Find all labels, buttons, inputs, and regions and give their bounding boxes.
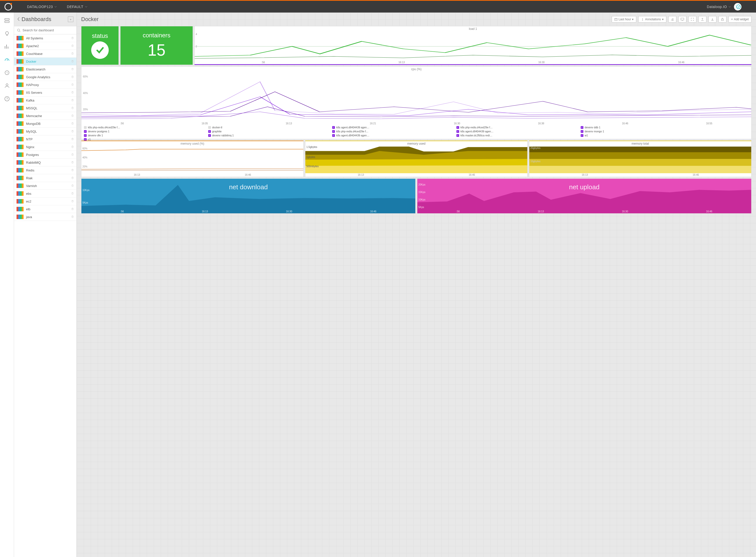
legend-item[interactable]: ✓k8s php-redis.d4ced29e f…	[332, 130, 452, 133]
nav-users-icon[interactable]	[4, 83, 10, 89]
legend-item[interactable]: ✓devenv rabbitmq 1	[208, 134, 328, 137]
trash-icon[interactable]	[71, 161, 74, 165]
sidebar-item[interactable]: Couchbase	[14, 50, 76, 58]
sidebar-item[interactable]: Nginx	[14, 143, 76, 151]
trash-icon[interactable]	[71, 215, 74, 219]
project-dropdown[interactable]: DEFAULT	[67, 5, 87, 9]
sidebar-item[interactable]: Riak	[14, 174, 76, 182]
legend-item[interactable]: ✓k8s agent.d8404439 agen…	[332, 134, 452, 137]
load-chart[interactable]: load 1 4 2 :5616:1316:3016:46	[194, 26, 752, 65]
sidebar-item[interactable]: Elasticsearch	[14, 65, 76, 73]
trash-icon[interactable]	[71, 192, 74, 196]
fullscreen-button[interactable]	[688, 16, 696, 23]
app-logo[interactable]	[4, 3, 12, 10]
trash-icon[interactable]	[71, 169, 74, 172]
trash-icon[interactable]	[71, 36, 74, 40]
sidebar-item[interactable]: MySQL	[14, 127, 76, 135]
sidebar-item[interactable]: Google Analytics	[14, 73, 76, 81]
sidebar-item[interactable]: Kafka	[14, 96, 76, 104]
trash-icon[interactable]	[71, 184, 74, 188]
nav-charts-icon[interactable]	[4, 43, 10, 50]
sidebar-item[interactable]: Docker	[14, 58, 76, 65]
legend-item[interactable]: docker-tl	[208, 126, 328, 129]
sidebar-item[interactable]: IIS Servers	[14, 89, 76, 96]
user-dropdown[interactable]: Dataloop.IO	[707, 3, 742, 10]
lock-button[interactable]	[718, 16, 726, 23]
memory-total-chart[interactable]: memory total 20gbytes 10gbytes 16:1316:4…	[529, 141, 752, 177]
sidebar-item[interactable]: MSSQL	[14, 104, 76, 112]
share-button[interactable]	[668, 16, 676, 23]
nav-alerts-icon[interactable]	[4, 70, 10, 76]
back-icon[interactable]	[17, 17, 20, 22]
net-upload-chart[interactable]: net upload 20Kps 15Kps 10Kps 5Kps :5616:…	[417, 178, 752, 213]
ytick: 500mbytes	[306, 165, 319, 168]
timerange-dropdown[interactable]: Last hour ▾	[612, 16, 636, 23]
trash-icon[interactable]	[71, 207, 74, 211]
export-button[interactable]	[698, 16, 706, 23]
trash-icon[interactable]	[71, 91, 74, 94]
status-tile[interactable]: status	[81, 26, 119, 65]
legend-item[interactable]: ✓devenv postgres 1	[84, 130, 203, 133]
sidebar-item[interactable]: NTP	[14, 135, 76, 143]
sidebar-item[interactable]: Redis	[14, 167, 76, 174]
search-input[interactable]	[23, 28, 73, 32]
memory-pct-chart[interactable]: memory used (%) 60% 40% 20% 16:1316:46	[81, 141, 304, 177]
avatar[interactable]	[734, 3, 742, 10]
import-button[interactable]	[708, 16, 717, 23]
trash-icon[interactable]	[71, 176, 74, 180]
sidebar-item[interactable]: All Systems	[14, 34, 76, 42]
checkbox-icon	[84, 126, 87, 129]
trash-icon[interactable]	[71, 122, 74, 125]
nav-servers-icon[interactable]	[4, 18, 10, 24]
sidebar-item[interactable]: ebs	[14, 190, 76, 198]
trash-icon[interactable]	[71, 52, 74, 56]
project-name: DEFAULT	[67, 5, 83, 9]
nav-help-icon[interactable]: ?	[4, 96, 10, 102]
legend-item[interactable]: ✓k8s agent.d8404439 agen…	[332, 126, 452, 129]
legend-item[interactable]: ✓k8s agent.d8404439 agen…	[456, 130, 576, 133]
sidebar-item[interactable]: Postgres	[14, 151, 76, 159]
sidebar-item[interactable]: Varnish	[14, 182, 76, 190]
sidebar-item[interactable]: ec2	[14, 198, 76, 205]
nav-dashboard-icon[interactable]	[4, 57, 10, 63]
legend-item[interactable]: ✓devenv mongo 1	[581, 130, 700, 133]
trash-icon[interactable]	[71, 67, 74, 71]
sidebar-item[interactable]: RabbitMQ	[14, 159, 76, 167]
nav-bulb-icon[interactable]	[4, 31, 10, 37]
sidebar-item[interactable]: HAProxy	[14, 81, 76, 89]
add-dashboard-button[interactable]: +	[68, 17, 73, 22]
trash-icon[interactable]	[71, 60, 74, 63]
color-swatch	[17, 145, 24, 149]
trash-icon[interactable]	[71, 129, 74, 134]
trash-icon[interactable]	[71, 83, 74, 87]
org-dropdown[interactable]: DATALOOP123	[27, 5, 57, 9]
sidebar-item[interactable]: java	[14, 213, 76, 221]
add-widget-button[interactable]: +Add widget	[728, 16, 752, 23]
annotations-dropdown[interactable]: Annotations ▾	[638, 16, 666, 23]
containers-tile[interactable]: containers 15	[120, 26, 193, 65]
trash-icon[interactable]	[71, 114, 74, 118]
sidebar-item[interactable]: elb	[14, 205, 76, 213]
legend-item[interactable]: k8s php-redis.d4ced29e f…	[84, 126, 203, 129]
legend-item[interactable]: ✓k8s php-redis.d4ced29e f…	[456, 126, 576, 129]
legend-item[interactable]: ✓w1	[581, 134, 700, 137]
sidebar-item[interactable]: MongoDB	[14, 120, 76, 127]
trash-icon[interactable]	[71, 200, 74, 203]
trash-icon[interactable]	[71, 44, 74, 48]
memory-used-chart[interactable]: memory used 1.5gbytes 1gbytes 500mbytes …	[305, 141, 528, 177]
trash-icon[interactable]	[71, 75, 74, 79]
legend-item[interactable]: ✓devenv dfe 1	[84, 134, 203, 137]
trash-icon[interactable]	[71, 145, 74, 149]
trash-icon[interactable]	[71, 98, 74, 102]
tv-button[interactable]	[679, 16, 686, 23]
sidebar-item[interactable]: Apache2	[14, 42, 76, 50]
legend-item[interactable]: ✓k8s master.dc2fb5ca redi…	[456, 134, 576, 137]
trash-icon[interactable]	[71, 137, 74, 141]
cpu-chart[interactable]: cpu (%) 60% 40% 20% :5616:0516:1316:2116…	[81, 66, 752, 139]
trash-icon[interactable]	[71, 106, 74, 110]
legend-item[interactable]: ✓devenv ddb 1	[581, 126, 700, 129]
trash-icon[interactable]	[71, 153, 74, 157]
sidebar-item[interactable]: Memcache	[14, 112, 76, 120]
legend-item[interactable]: ✓graphite	[208, 130, 328, 133]
net-download-chart[interactable]: net download 10Kps 5Kps :5616:1316:3016:…	[81, 178, 416, 213]
